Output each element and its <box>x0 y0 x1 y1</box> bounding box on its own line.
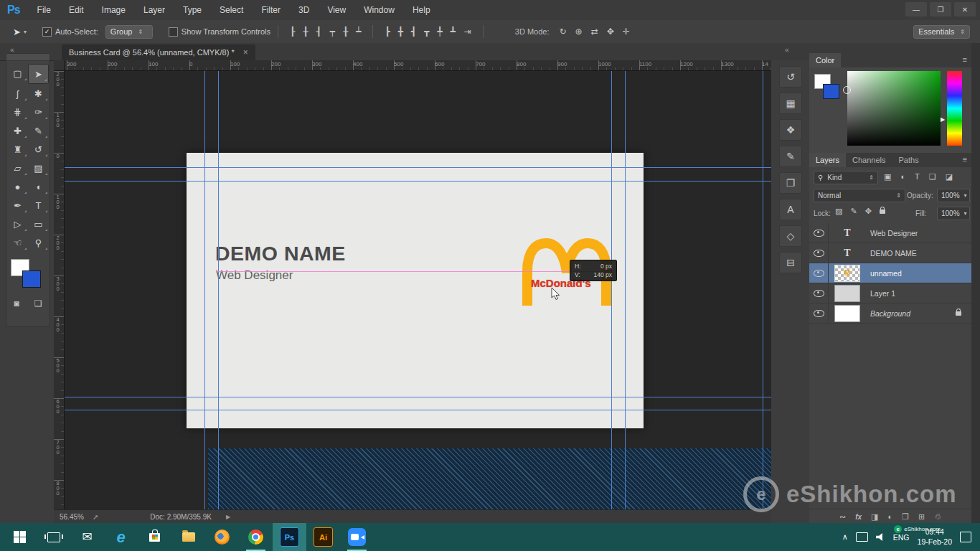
character-panel-icon[interactable]: A <box>779 199 802 220</box>
menu-view[interactable]: View <box>327 5 346 15</box>
filter-type-icon[interactable]: T <box>915 173 920 181</box>
pen-tool[interactable]: ✒ <box>7 196 28 215</box>
zoom-level-field[interactable]: 56.45% <box>60 513 84 521</box>
3d-mode-icon[interactable]: ✥ <box>607 27 614 36</box>
taskbar-edge-button[interactable]: e <box>104 523 138 551</box>
opacity-field[interactable]: 100% ▾ <box>937 189 970 202</box>
layer-row-web-designer[interactable]: TWeb Designer <box>809 223 971 243</box>
volume-icon[interactable] <box>876 533 885 542</box>
shape-tool[interactable]: ▭ <box>28 215 49 233</box>
auto-select-checkbox[interactable]: ✓ <box>42 27 52 37</box>
lock-move-icon[interactable]: ✥ <box>865 207 872 215</box>
layer-filter-kind-dropdown[interactable]: ⚲ Kind ⇕ <box>814 171 878 184</box>
panel-menu-icon[interactable]: ≡ <box>963 155 967 164</box>
guide-vertical[interactable] <box>763 70 763 509</box>
menu-edit[interactable]: Edit <box>69 5 84 15</box>
taskbar-task-view-button[interactable] <box>37 523 70 551</box>
brush-panel-icon[interactable]: ✎ <box>779 146 802 167</box>
3d-mode-icon[interactable]: ✛ <box>623 27 630 36</box>
layer-row-background[interactable]: Background <box>809 303 971 324</box>
path-selection-tool[interactable]: ▷ <box>7 215 28 233</box>
align-edge-set-icon[interactable]: ┯ <box>330 27 335 36</box>
menu-layer[interactable]: Layer <box>143 5 165 15</box>
card-role-text[interactable]: Web Designer <box>216 268 293 283</box>
auto-align-set-icon[interactable]: ⇥ <box>464 27 471 36</box>
tools-panel-grip[interactable] <box>6 54 50 61</box>
layer-group-icon[interactable]: ❒ <box>902 513 909 521</box>
distribute-set-icon[interactable]: ┫ <box>411 27 416 36</box>
auto-select-group-dropdown[interactable]: Group ⇕ <box>105 25 153 39</box>
screen-mode-button[interactable]: ❏ <box>34 299 42 308</box>
tab-layers[interactable]: Layers <box>809 153 846 167</box>
distribute-set-icon[interactable]: ┣ <box>385 27 390 36</box>
magic-wand-tool[interactable]: ✱ <box>28 84 49 103</box>
align-top-set-icon[interactable]: ╂ <box>303 27 308 36</box>
ruler-origin-corner[interactable] <box>54 60 65 71</box>
layer-mask-icon[interactable]: ◨ <box>871 513 878 521</box>
network-icon[interactable] <box>856 532 868 542</box>
tab-paths[interactable]: Paths <box>892 153 925 167</box>
tab-channels[interactable]: Channels <box>846 153 892 167</box>
taskbar-zoom-app-button[interactable] <box>340 523 374 551</box>
taskbar-file-explorer-button[interactable] <box>171 523 205 551</box>
tray-chevron-icon[interactable]: ∧ <box>842 532 848 542</box>
quick-mask-button[interactable]: ◙ <box>14 299 19 308</box>
minimize-button[interactable]: — <box>905 2 927 17</box>
menu-window[interactable]: Window <box>364 5 395 15</box>
restore-button[interactable]: ❐ <box>930 2 951 17</box>
guide-vertical[interactable] <box>625 70 626 509</box>
distribute-set-icon[interactable]: ┻ <box>451 27 456 36</box>
menu-filter[interactable]: Filter <box>261 5 281 15</box>
link-layers-icon[interactable]: ∾ <box>839 513 846 521</box>
taskbar-illustrator-button[interactable]: Ai <box>306 523 340 551</box>
eraser-tool[interactable]: ▱ <box>7 159 28 177</box>
styles-panel-icon[interactable]: ❖ <box>779 119 802 141</box>
layer-thumbnail[interactable] <box>829 285 866 302</box>
taskbar-chrome-button[interactable] <box>239 523 273 551</box>
document-tab[interactable]: Business Card @ 56.4% (unnamed, CMYK/8) … <box>62 44 255 60</box>
guide-vertical[interactable] <box>204 70 205 509</box>
eye-icon[interactable] <box>814 230 824 237</box>
layer-thumbnail[interactable]: T <box>829 227 866 239</box>
background-color-swatch[interactable] <box>22 270 41 288</box>
distribute-set-icon[interactable]: ╋ <box>398 27 403 36</box>
align-top-set-icon[interactable]: ┨ <box>316 27 321 36</box>
align-edge-set-icon[interactable]: ┷ <box>356 27 361 36</box>
close-button[interactable]: ✕ <box>954 2 976 17</box>
taskbar-mail-button[interactable]: ✉ <box>70 523 104 551</box>
align-top-set-icon[interactable]: ┠ <box>290 27 295 36</box>
3d-mode-icon[interactable]: ⊕ <box>575 27 583 36</box>
layer-visibility-cell[interactable] <box>809 283 829 303</box>
blur-tool[interactable]: ● <box>7 177 28 196</box>
clone-stamp-tool[interactable]: ♜ <box>7 140 28 159</box>
tab-color[interactable]: Color <box>809 53 841 67</box>
align-edge-set-icon[interactable]: ╂ <box>343 27 348 36</box>
layer-effects-icon[interactable]: fx <box>855 513 862 521</box>
filter-shape-icon[interactable]: ❏ <box>929 173 936 181</box>
brush-tool[interactable]: ✎ <box>28 121 49 140</box>
adjustment-layer-icon[interactable]: ◐ <box>887 513 892 521</box>
taskbar-firefox-button[interactable] <box>205 523 239 551</box>
guide-horizontal[interactable] <box>64 397 771 397</box>
layer-visibility-cell[interactable] <box>809 303 829 323</box>
distribute-set-icon[interactable]: ┳ <box>424 27 429 36</box>
menu-3d[interactable]: 3D <box>298 5 309 15</box>
new-layer-icon[interactable]: ⊞ <box>918 513 925 521</box>
saturation-picker-circle[interactable] <box>843 86 851 94</box>
menu-type[interactable]: Type <box>183 5 202 15</box>
clone-source-panel-icon[interactable]: ❐ <box>779 172 802 194</box>
hue-ramp[interactable] <box>947 71 962 146</box>
show-transform-checkbox[interactable] <box>169 27 178 37</box>
info-panel-icon[interactable]: ⊟ <box>779 252 802 273</box>
layer-thumbnail[interactable]: M <box>829 265 866 282</box>
swatches-panel-icon[interactable]: ▦ <box>779 93 802 114</box>
eye-icon[interactable] <box>814 290 824 297</box>
guide-vertical[interactable] <box>611 70 612 509</box>
panel-strip-collapse-icon[interactable]: « <box>785 46 789 54</box>
menu-select[interactable]: Select <box>220 5 243 15</box>
card-name-text[interactable]: DEMO NAME <box>215 242 346 265</box>
color-background-swatch[interactable] <box>823 84 839 99</box>
move-tool[interactable]: ➤ <box>28 64 49 84</box>
menu-file[interactable]: File <box>37 5 51 15</box>
taskbar-photoshop-button[interactable]: Ps <box>273 523 306 551</box>
